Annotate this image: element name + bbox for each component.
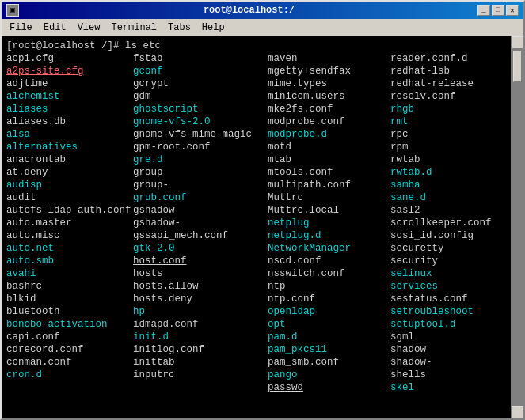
window-controls: _ □ ✕ [477,5,519,16]
scroll-down-button[interactable]: ▼ [512,406,523,418]
scrollbar[interactable]: ▲ ▼ [511,36,523,418]
menu-file[interactable]: File [5,21,37,35]
close-button[interactable]: ✕ [506,5,519,16]
menu-help[interactable]: Help [197,21,230,35]
scroll-thumb[interactable] [513,51,522,82]
terminal-window: ▣ root@localhost:/ _ □ ✕ File Edit View … [0,0,525,420]
terminal-area[interactable]: [root@localhost /]# ls etc acpi.cfg_fsta… [2,36,523,418]
scroll-up-button[interactable]: ▲ [512,36,523,49]
menu-terminal[interactable]: Terminal [106,21,162,35]
scroll-track[interactable] [512,49,523,406]
titlebar: ▣ root@localhost:/ _ □ ✕ [2,2,523,19]
minimize-button[interactable]: _ [477,5,490,16]
terminal-output[interactable]: [root@localhost /]# ls etc acpi.cfg_fsta… [2,36,511,418]
menu-edit[interactable]: Edit [39,21,71,35]
window-title: root@localhost:/ [21,5,477,16]
window-icon: ▣ [6,4,19,17]
menu-tabs[interactable]: Tabs [163,21,196,35]
menubar: File Edit View Terminal Tabs Help [2,19,523,36]
menu-view[interactable]: View [73,21,105,35]
maximize-button[interactable]: □ [492,5,504,16]
